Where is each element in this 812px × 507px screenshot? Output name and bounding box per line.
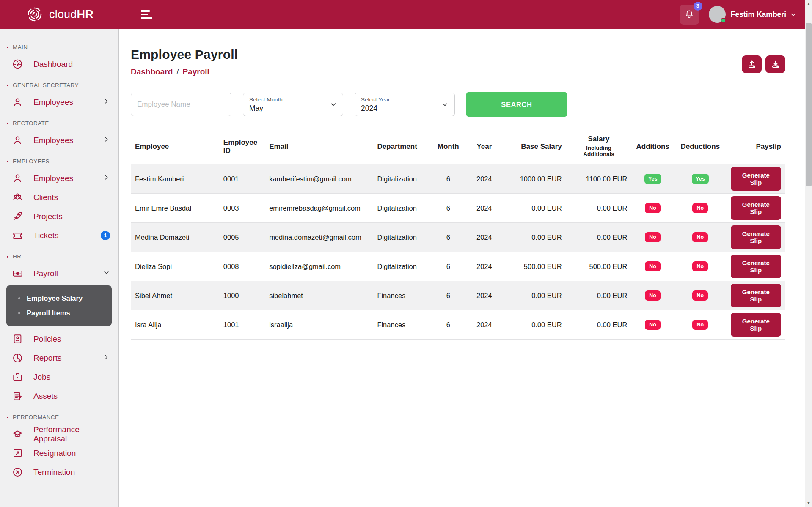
- sidebar-item-payroll[interactable]: Payroll: [0, 264, 118, 283]
- brand-logo[interactable]: cloudHR: [26, 6, 94, 23]
- policy-icon: [12, 333, 23, 345]
- sidebar-item-projects[interactable]: Projects: [0, 207, 118, 226]
- chevron-down-icon: [103, 269, 110, 278]
- sidebar-item-employees-general-secretary[interactable]: Employees: [0, 93, 118, 112]
- cell-email: emiremrebasdag@gmail.com: [265, 194, 373, 223]
- generate-slip-button[interactable]: Generate Slip: [731, 167, 781, 191]
- cell-employee-id: 0008: [219, 252, 265, 281]
- download-icon: [771, 59, 781, 69]
- breadcrumb-payroll-link[interactable]: Payroll: [183, 67, 209, 76]
- generate-slip-button[interactable]: Generate Slip: [731, 313, 781, 337]
- col-year: Year: [465, 129, 504, 164]
- cell-month: 6: [432, 281, 465, 310]
- grad-icon: [12, 428, 23, 440]
- sidebar-item-termination[interactable]: Termination: [0, 463, 118, 482]
- submenu-item-employee-salary[interactable]: Employee Salary: [6, 291, 112, 306]
- user-icon: [12, 134, 23, 146]
- additions-badge: No: [645, 290, 661, 301]
- upload-button[interactable]: [742, 55, 762, 73]
- sidebar-item-dashboard[interactable]: Dashboard: [0, 55, 118, 74]
- cell-year: 2024: [465, 223, 504, 252]
- sidebar-item-employees-rectorate[interactable]: Employees: [0, 131, 118, 150]
- sidebar-item-reports[interactable]: Reports: [0, 348, 118, 367]
- cell-employee: Medina Domazeti: [131, 223, 219, 252]
- cell-email: medina.domazeti@gmail.com: [265, 223, 373, 252]
- user-name: Festim Kamberi: [731, 10, 786, 19]
- tickets-count-badge: 1: [101, 231, 110, 240]
- main-content: Employee Payroll Dashboard/Payroll: [119, 29, 805, 507]
- submenu-item-payroll-items[interactable]: Payroll Items: [6, 306, 112, 321]
- col-employee-id: Employee ID: [219, 129, 265, 164]
- vertical-scrollbar[interactable]: ▲ ▼: [805, 0, 812, 507]
- user-icon: [12, 173, 23, 184]
- ticket-icon: [12, 230, 23, 241]
- table-row: Sibel Ahmet 1000 sibelahmet Finances 6 2…: [131, 281, 785, 310]
- scrollbar-thumb[interactable]: [806, 23, 812, 186]
- sidebar-item-jobs[interactable]: Jobs: [0, 367, 118, 386]
- cell-year: 2024: [465, 164, 504, 194]
- scrollbar-down-arrow-icon[interactable]: ▼: [805, 499, 812, 507]
- section-bullet-icon: [7, 161, 8, 162]
- sidebar-item-clients[interactable]: Clients: [0, 188, 118, 207]
- bullet-icon: [18, 297, 20, 299]
- generate-slip-button[interactable]: Generate Slip: [731, 284, 781, 307]
- section-bullet-icon: [7, 417, 8, 418]
- download-button[interactable]: [765, 55, 785, 73]
- payroll-icon: [12, 268, 23, 279]
- table-header-row: Employee Employee ID Email Department Mo…: [131, 129, 785, 164]
- employee-name-input[interactable]: [131, 93, 231, 116]
- breadcrumb-dashboard-link[interactable]: Dashboard: [131, 67, 173, 76]
- month-select[interactable]: Select Month May: [243, 93, 343, 116]
- external-icon: [12, 447, 23, 459]
- additions-badge: No: [645, 320, 661, 330]
- additions-badge: Yes: [644, 174, 661, 184]
- cell-base-salary: 0.00 EUR: [504, 223, 566, 252]
- col-month: Month: [432, 129, 465, 164]
- scrollbar-up-arrow-icon[interactable]: ▲: [805, 0, 812, 8]
- deductions-badge: No: [692, 290, 708, 301]
- user-menu-chevron-down-icon[interactable]: [790, 11, 797, 18]
- year-select[interactable]: Select Year 2024: [355, 93, 455, 116]
- notifications-button[interactable]: 3: [680, 5, 699, 25]
- cell-email: kamberifestim@gmail.com: [265, 164, 373, 194]
- chevron-right-icon: [103, 136, 110, 145]
- dashboard-icon: [12, 58, 23, 70]
- sidebar-item-tickets[interactable]: Tickets 1: [0, 226, 118, 245]
- search-button[interactable]: SEARCH: [466, 92, 567, 117]
- deductions-badge: No: [692, 320, 708, 330]
- cell-email: sibelahmet: [265, 281, 373, 310]
- hamburger-menu-icon[interactable]: [141, 10, 154, 18]
- sidebar-item-resignation[interactable]: Resignation: [0, 444, 118, 463]
- additions-badge: No: [645, 203, 661, 213]
- bullet-icon: [18, 312, 20, 314]
- page-title: Employee Payroll: [131, 47, 238, 62]
- table-row: Festim Kamberi 0001 kamberifestim@gmail.…: [131, 164, 785, 194]
- cell-employee-id: 1001: [219, 310, 265, 340]
- brand-name: cloudHR: [49, 8, 94, 21]
- pie-icon: [12, 352, 23, 364]
- sidebar-section-rectorate: RECTORATE: [0, 112, 118, 131]
- generate-slip-button[interactable]: Generate Slip: [731, 196, 781, 220]
- sidebar-item-performance-appraisal[interactable]: Performance Appraisal: [0, 425, 118, 444]
- additions-badge: No: [645, 232, 661, 242]
- notifications-count-badge: 3: [694, 2, 702, 11]
- generate-slip-button[interactable]: Generate Slip: [731, 255, 781, 278]
- sidebar-item-employees[interactable]: Employees: [0, 169, 118, 188]
- cell-year: 2024: [465, 310, 504, 340]
- sidebar-nav: MAIN Dashboard GENERAL SECRETARY Employe…: [0, 29, 119, 507]
- section-bullet-icon: [7, 123, 8, 124]
- user-avatar[interactable]: [709, 6, 726, 23]
- cell-employee-id: 0001: [219, 164, 265, 194]
- deductions-badge: No: [692, 203, 708, 213]
- generate-slip-button[interactable]: Generate Slip: [731, 225, 781, 249]
- rocket-icon: [12, 211, 23, 222]
- sidebar-item-policies[interactable]: Policies: [0, 329, 118, 348]
- sidebar-item-assets[interactable]: Assets: [0, 386, 118, 406]
- cell-employee-id: 0005: [219, 223, 265, 252]
- cell-base-salary: 0.00 EUR: [504, 310, 566, 340]
- cell-salary: 0.00 EUR: [566, 194, 632, 223]
- sidebar-section-general-secretary: GENERAL SECRETARY: [0, 74, 118, 93]
- col-additions: Additions: [631, 129, 674, 164]
- cell-month: 6: [432, 164, 465, 194]
- sidebar-section-employees: EMPLOYEES: [0, 150, 118, 169]
